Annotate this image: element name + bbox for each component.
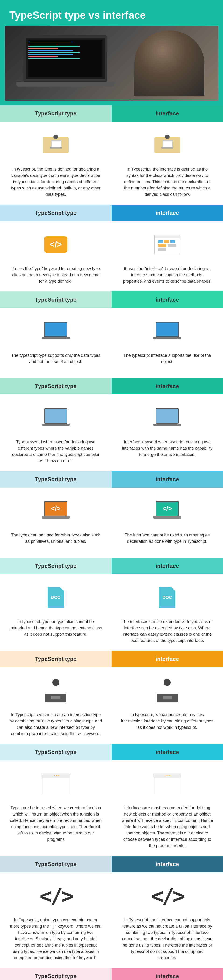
col-left-header: TypeScript type — [0, 651, 112, 667]
row-header: TypeScript type interface — [0, 558, 223, 574]
cell-text: In Typescript, the interface cannot supp… — [121, 917, 214, 961]
row-body: </> It uses the "type" keyword for creat… — [0, 221, 223, 291]
row-header: TypeScript type interface — [0, 205, 223, 221]
col-right-header: interface — [112, 291, 223, 308]
cell-text: The typescript type supports only the da… — [9, 352, 102, 365]
row-body: </> The types can be used for other type… — [0, 488, 223, 558]
laptop-icon — [42, 401, 70, 434]
row-body: In Typescript, we can create an intersec… — [0, 667, 223, 744]
code-bracket-icon: </> — [151, 880, 183, 912]
row-header: TypeScript type interface — [0, 651, 223, 667]
col-right-header: interface — [112, 471, 223, 488]
cell-text: It uses the "interface" keyword for decl… — [121, 266, 214, 285]
desk-icon — [154, 129, 180, 161]
cell-text: Type keyword when used for declaring two… — [9, 439, 102, 464]
document-icon: DOC — [47, 581, 64, 614]
row-body: </> In Typescript, union types can conta… — [0, 872, 223, 968]
row-body: The typescript type supports only the da… — [0, 308, 223, 378]
document-icon: DOC — [159, 581, 176, 614]
col-right-header: interface — [112, 205, 223, 221]
header: TypeScript type vs interface — [0, 0, 223, 105]
laptop-code-icon: </> — [153, 495, 181, 527]
window-icon — [153, 767, 181, 800]
col-left-header: TypeScript type — [0, 105, 112, 122]
row-body: Types are better used when we create a f… — [0, 760, 223, 856]
col-right-header: interface — [112, 651, 223, 667]
col-left-header: TypeScript type — [0, 856, 112, 872]
cell-text: Interface keyword when used for declarin… — [121, 439, 214, 458]
hero-image — [5, 26, 218, 100]
row-body: Type keyword when used for declaring two… — [0, 395, 223, 471]
col-right-header: interface — [112, 744, 223, 760]
cell-text: In Typescript, we can create an intersec… — [9, 712, 102, 737]
cell-text: The types can be used for other types al… — [9, 532, 102, 545]
col-left-header: TypeScript type — [0, 968, 112, 980]
code-bracket-icon: </> — [40, 880, 72, 912]
col-right-header: interface — [112, 378, 223, 395]
cell-text: It uses the "type" keyword for creating … — [9, 266, 102, 285]
col-left-header: TypeScript type — [0, 471, 112, 488]
row-body: In typescript, the type is defined for d… — [0, 122, 223, 205]
browser-icon — [154, 228, 180, 261]
row-header: TypeScript type interface — [0, 744, 223, 760]
cell-text: In typescript, we cannot create any new … — [121, 712, 214, 730]
cell-text: In typescript, the type is defined for d… — [9, 166, 102, 198]
row-body: DOC In typescript type, or type alias ca… — [0, 574, 223, 651]
laptop-icon — [153, 401, 181, 434]
cell-text: The typescript interface supports the us… — [121, 352, 214, 365]
row-header: TypeScript type interface — [0, 291, 223, 308]
row-header: TypeScript type interface — [0, 856, 223, 872]
row-header: TypeScript type interface — [0, 378, 223, 395]
cell-text: In Typescript, union types can contain o… — [9, 917, 102, 961]
page-title: TypeScript type vs interface — [5, 10, 218, 21]
laptop-icon — [42, 315, 70, 348]
laptop-icon — [153, 315, 181, 348]
cell-text: The interfaces can be extended with type… — [121, 619, 214, 644]
desk-icon — [43, 129, 69, 161]
col-right-header: interface — [112, 968, 223, 980]
laptop-code-icon: </> — [42, 495, 70, 527]
col-right-header: interface — [112, 105, 223, 122]
col-left-header: TypeScript type — [0, 205, 112, 221]
cell-text: Types are better used when we create a f… — [9, 805, 102, 843]
cell-text: Interfaces are most recommended for defi… — [121, 805, 214, 849]
row-header: TypeScript type interface — [0, 968, 223, 980]
row-header: TypeScript type interface — [0, 105, 223, 122]
code-icon: </> — [44, 228, 68, 261]
cell-text: In Typescript, the interface is defined … — [121, 166, 214, 198]
window-icon — [42, 767, 70, 800]
col-right-header: interface — [112, 856, 223, 872]
developer-icon — [44, 674, 68, 707]
row-header: TypeScript type interface — [0, 471, 223, 488]
col-left-header: TypeScript type — [0, 558, 112, 574]
col-left-header: TypeScript type — [0, 378, 112, 395]
cell-text: In typescript type, or type alias cannot… — [9, 619, 102, 638]
developer-icon — [155, 674, 179, 707]
col-left-header: TypeScript type — [0, 291, 112, 308]
col-left-header: TypeScript type — [0, 744, 112, 760]
cell-text: The interface cannot be used with other … — [121, 532, 214, 545]
col-right-header: interface — [112, 558, 223, 574]
